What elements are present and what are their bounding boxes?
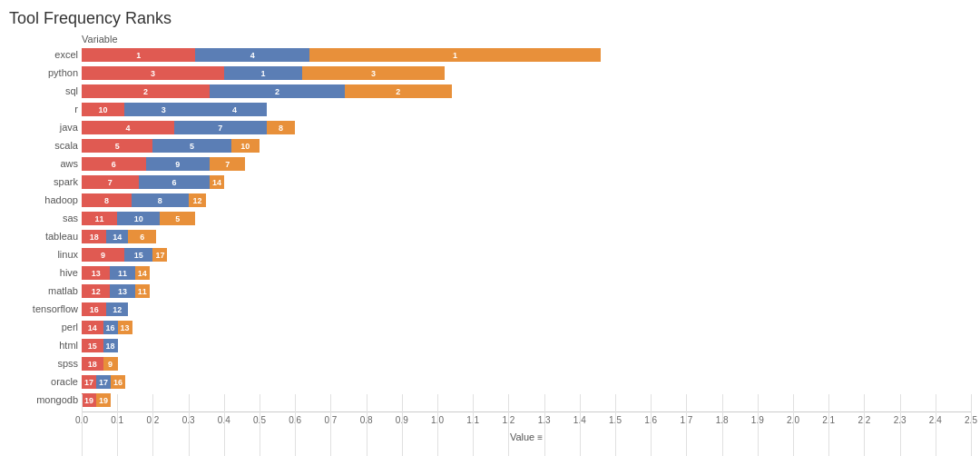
bar-segment: 13 [118,321,132,334]
gridline [971,394,972,456]
bars: 1919 [82,393,111,407]
bar-segment: 7 [174,121,267,134]
x-tick-label: 1.0 [431,415,444,425]
bar-segment: 4 [202,103,267,116]
bar-segment: 18 [103,339,118,352]
bar-segment: 19 [82,393,96,407]
bars: 131114 [82,266,150,280]
x-tick-label: 0.1 [111,415,123,425]
bar-segment: 17 [152,248,167,262]
x-tick-label: 0.8 [360,415,373,425]
bar-segment: 8 [82,193,132,207]
x-tick-label: 1.1 [466,415,479,425]
bar-segment: 6 [82,157,146,171]
bars: 91517 [82,248,167,262]
bar-row: tableau18146 [82,228,971,245]
bars: 18146 [82,230,156,243]
x-tick-label: 0.2 [146,415,159,425]
bars: 141 [82,48,601,62]
x-tick-label: 0.6 [289,415,301,425]
y-axis-label: mongodb [11,392,78,409]
bars: 7614 [82,175,224,189]
bar-segment: 4 [82,121,174,134]
bars: 5510 [82,139,260,153]
bar-segment: 2 [345,84,452,98]
x-tick-label: 0.0 [75,415,88,425]
filter-icon[interactable]: ≡ [537,432,543,442]
bar-row: hive131114 [82,264,971,282]
bar-row: python313 [82,64,971,82]
bars: 11105 [82,212,195,225]
bar-segment: 14 [210,175,224,189]
bar-segment: 10 [231,139,260,153]
x-axis: 0.00.10.20.30.40.50.60.70.80.91.01.11.21… [82,411,971,430]
bar-segment: 4 [195,48,309,62]
bar-row: sql222 [82,83,971,100]
y-axis-label: python [11,64,78,82]
bars: 697 [82,157,245,171]
bar-segment: 6 [139,175,210,189]
bars: 222 [82,84,452,98]
y-axis-label: sql [11,83,78,100]
bar-segment: 17 [96,375,111,389]
x-tick-label: 0.5 [253,415,266,425]
bars: 8812 [82,193,206,207]
chart-container: Tool Frequency Ranks Variable excel141py… [0,0,980,456]
bar-segment: 5 [160,212,195,225]
bar-segment: 15 [82,339,103,352]
y-axis-label: hadoop [11,192,78,209]
y-axis-label: oracle [11,373,78,391]
bar-segment: 13 [110,284,134,298]
y-axis-label: spss [11,355,78,372]
x-tick-label: 1.4 [573,415,586,425]
bar-row: excel141 [82,46,971,64]
y-axis-label: spark [11,173,78,191]
y-axis-label: hive [11,264,78,282]
bar-segment: 11 [135,284,150,298]
variable-label: Variable [82,34,971,45]
y-axis-label: matlab [11,283,78,300]
bar-row: mongodb1919 [82,392,971,409]
bar-row: scala5510 [82,137,971,154]
bar-segment: 17 [82,375,96,389]
bar-segment: 12 [189,193,207,207]
bars: 478 [82,121,295,134]
y-axis-label: scala [11,137,78,154]
bars: 121311 [82,284,150,298]
bar-segment: 14 [135,266,150,280]
bars: 1034 [82,103,267,116]
y-axis-label: perl [11,319,78,336]
bar-segment: 16 [103,321,118,334]
bar-segment: 10 [82,103,124,116]
chart-area: excel141python313sql222r1034java478scala… [82,46,971,410]
bar-segment: 10 [117,212,160,225]
bar-segment: 15 [124,248,152,262]
bar-segment: 8 [267,121,295,134]
y-axis-label: linux [11,246,78,263]
bar-segment: 3 [124,103,202,116]
bar-segment: 12 [82,284,110,298]
bar-segment: 14 [82,321,103,334]
bar-row: oracle171716 [82,373,971,391]
bar-segment: 9 [82,248,124,262]
x-tick-label: 2.2 [858,415,870,425]
bar-segment: 8 [132,193,189,207]
bar-segment: 7 [210,157,245,171]
bar-segment: 5 [152,139,230,153]
bar-row: r1034 [82,101,971,118]
x-tick-label: 1.3 [538,415,551,425]
y-axis-label: html [11,337,78,354]
bars: 171716 [82,375,125,389]
x-tick-label: 1.8 [716,415,729,425]
bar-segment: 18 [82,230,106,243]
bar-row: perl141613 [82,319,971,336]
x-tick-label: 2.3 [894,415,906,425]
bar-row: tensorflow1612 [82,301,971,318]
bar-segment: 1 [82,48,195,62]
y-axis-label: aws [11,155,78,173]
x-tick-label: 1.5 [609,415,622,425]
bar-row: linux91517 [82,246,971,263]
bar-segment: 5 [82,139,152,153]
y-axis-label: java [11,119,78,136]
bar-segment: 16 [82,302,106,316]
